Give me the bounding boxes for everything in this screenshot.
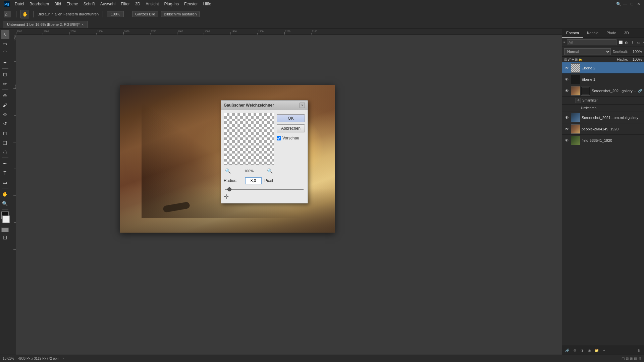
tab-3d[interactable]: 3D (620, 29, 633, 38)
document-tab[interactable]: Unbenannt-1 bei 16,6% (Ebene 2, RGB/8#)*… (3, 21, 88, 28)
preview-label[interactable]: Vorschau (282, 136, 299, 140)
lock-position-icon[interactable]: ✛ (572, 58, 574, 61)
lock-all-icon[interactable]: 🔒 (578, 58, 582, 61)
layer-filter-text-icon[interactable]: T (630, 40, 635, 45)
add-group-icon[interactable]: 📁 (594, 347, 600, 353)
status-icon-2[interactable]: ⊡ (626, 357, 629, 360)
dialog-close-button[interactable]: × (300, 103, 305, 108)
move-tool[interactable]: ↖ (1, 30, 9, 39)
minimize-icon[interactable]: — (623, 1, 628, 7)
invert-layer-item[interactable]: Umkehren (562, 105, 644, 112)
lock-transparent-icon[interactable]: ⊡ (564, 58, 567, 61)
menu-bild[interactable]: Bild (52, 1, 64, 7)
lock-artboard-icon[interactable]: ⊞ (575, 58, 578, 61)
layer-visibility-field[interactable]: 👁 (564, 138, 570, 143)
tab-ebenen[interactable]: Ebenen (562, 29, 583, 38)
hand-tool-button[interactable]: ✋ (20, 10, 29, 18)
background-color[interactable] (2, 216, 10, 223)
radius-input[interactable] (245, 177, 262, 184)
menu-plugins[interactable]: Plug-ins (162, 1, 181, 7)
layer-item-screenshot2021[interactable]: 👁 Screenshot_2021...om.miui.gallery (562, 112, 644, 123)
layer-filter-pixel-icon[interactable]: ⬜ (618, 40, 623, 45)
home-button[interactable]: ⌂ (3, 9, 12, 19)
ok-button[interactable]: OK (277, 114, 305, 122)
menu-datei[interactable]: Datei (12, 1, 27, 7)
close-icon[interactable]: ✕ (636, 1, 641, 7)
maximize-icon[interactable]: □ (629, 1, 635, 7)
tab-kanaele[interactable]: Kanäle (583, 29, 602, 38)
add-mask-icon[interactable]: ◑ (579, 347, 585, 353)
canvas-scroll-area[interactable]: Gaußscher Weichzeichner × (16, 35, 562, 355)
dialog-titlebar[interactable]: Gaußscher Weichzeichner × (221, 101, 308, 110)
search-icon[interactable]: 🔍 (616, 1, 621, 7)
layer-item-field[interactable]: 👁 field-533541_1920 (562, 135, 644, 146)
blend-mode-select[interactable]: Normal (564, 48, 611, 55)
status-arrow[interactable]: › (63, 357, 64, 360)
radius-slider[interactable] (225, 189, 304, 190)
layer-item-screenshot-kopie[interactable]: 👁 Screenshot_202...gallery Kopie 🔗 (562, 85, 644, 97)
add-style-icon[interactable]: ⚙ (572, 347, 578, 353)
cancel-button[interactable]: Abbrechen (277, 124, 305, 132)
zoom-tool[interactable]: 🔍 (1, 199, 9, 208)
layer-search-input[interactable] (567, 39, 616, 45)
status-icon-1[interactable]: ◱ (622, 357, 625, 360)
healing-tool[interactable]: ⊕ (1, 91, 9, 100)
crop-tool[interactable]: ⊡ (1, 70, 9, 79)
history-tool[interactable]: ↺ (1, 119, 9, 128)
menu-auswahl[interactable]: Auswahl (98, 1, 118, 7)
layer-visibility-ebene2[interactable]: 👁 (564, 65, 570, 71)
screen-mode[interactable]: ⊡ (3, 234, 7, 241)
menu-3d[interactable]: 3D (132, 1, 143, 7)
pen-tool[interactable]: ✒ (1, 159, 9, 168)
quick-mask[interactable] (1, 228, 9, 232)
fill-screen-button[interactable]: Bildschirm ausfüllen (161, 11, 200, 17)
menu-ansicht[interactable]: Ansicht (143, 1, 161, 7)
layer-filter-shape-icon[interactable]: ▭ (636, 40, 641, 45)
menu-bearbeiten[interactable]: Bearbeiten (27, 1, 52, 7)
layer-item-people[interactable]: 👁 people-2604149_1920 (562, 123, 644, 135)
magic-wand-tool[interactable]: ✦ (1, 58, 9, 67)
lock-pixels-icon[interactable]: 🖌 (568, 58, 571, 61)
layer-filter-adj-icon[interactable]: ◐ (624, 40, 629, 45)
smartfilter-item[interactable]: ⚙ Smartfilter (562, 97, 644, 105)
menu-fenster[interactable]: Fenster (181, 1, 201, 7)
brush-tool[interactable]: 🖌 (1, 101, 9, 109)
menu-ebene[interactable]: Ebene (64, 1, 81, 7)
layer-visibility-screenshot-kopie[interactable]: 👁 (564, 88, 570, 94)
status-icon-3[interactable]: ⊞ (630, 357, 633, 360)
filter-type-icon[interactable]: ≡ (564, 40, 566, 45)
clone-tool[interactable]: ⊗ (1, 110, 9, 119)
delete-layer-icon[interactable]: 🗑 (636, 347, 642, 353)
shape-tool[interactable]: ▭ (1, 178, 9, 187)
add-adjustment-icon[interactable]: ◉ (586, 347, 592, 353)
selection-tool[interactable]: ▭ (1, 40, 9, 48)
layer-visibility-screenshot2021[interactable]: 👁 (564, 115, 570, 120)
fit-page-button[interactable]: Ganzes Bild (132, 11, 158, 17)
status-icon-5[interactable]: ⚙ (638, 357, 641, 360)
text-tool[interactable]: T (1, 169, 9, 177)
gradient-tool[interactable]: ◫ (1, 138, 9, 147)
layer-info-field: field-533541_1920 (582, 138, 642, 142)
eraser-tool[interactable]: ◻ (1, 129, 9, 137)
hand-tool[interactable]: ✋ (1, 190, 9, 198)
layer-item-ebene2[interactable]: 👁 Ebene 2 (562, 62, 644, 74)
status-icon-4[interactable]: ▤ (634, 357, 637, 360)
menu-hilfe[interactable]: Hilfe (201, 1, 214, 7)
blur-tool[interactable]: ◌ (1, 147, 9, 156)
preview-checkbox[interactable] (277, 136, 281, 140)
menu-schrift[interactable]: Schrift (81, 1, 98, 7)
zoom-out-button[interactable]: 🔍 (224, 168, 231, 174)
layer-filter-smart-icon[interactable]: ⚙ (642, 40, 644, 45)
zoom-input[interactable] (107, 11, 124, 17)
layer-visibility-people[interactable]: 👁 (564, 126, 570, 132)
layer-item-ebene1[interactable]: 👁 Ebene 1 (562, 74, 644, 85)
layer-link-icon[interactable]: 🔗 (564, 347, 570, 353)
tab-pfade[interactable]: Pfade (602, 29, 620, 38)
add-layer-icon[interactable]: + (601, 347, 607, 353)
eyedropper-tool[interactable]: ✏ (1, 79, 9, 88)
layer-visibility-ebene1[interactable]: 👁 (564, 77, 570, 82)
tab-close-button[interactable]: × (82, 23, 84, 26)
lasso-tool[interactable]: ⌒ (1, 49, 9, 58)
menu-filter[interactable]: Filter (118, 1, 132, 7)
zoom-in-button[interactable]: 🔍 (267, 168, 273, 174)
